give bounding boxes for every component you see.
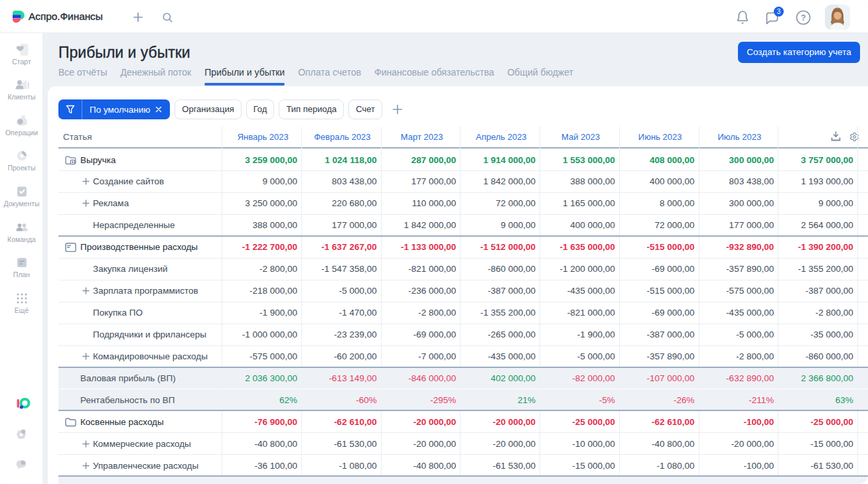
svg-text:?: ? xyxy=(801,13,806,23)
